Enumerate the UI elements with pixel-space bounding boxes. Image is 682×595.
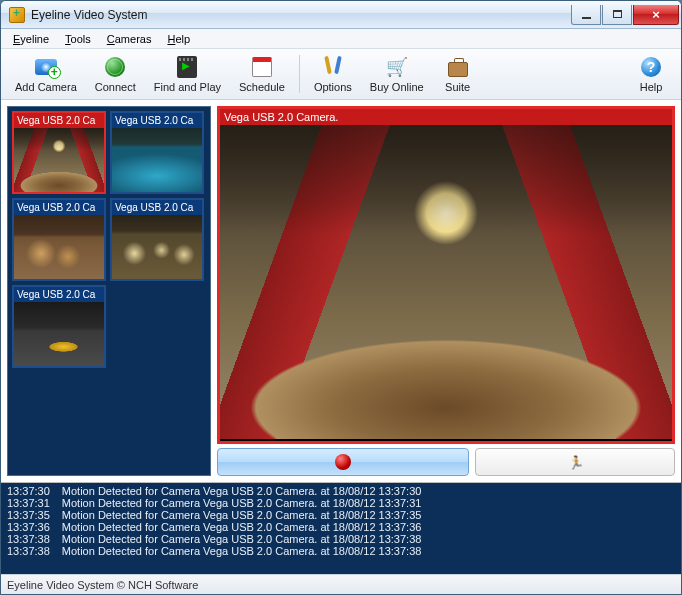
- cart-icon: 🛒: [385, 55, 409, 79]
- log-message: Motion Detected for Camera Vega USB 2.0 …: [62, 497, 434, 509]
- log-time: 13:37:38: [7, 533, 62, 545]
- camera-add-icon: [35, 59, 57, 75]
- options-button[interactable]: Options: [306, 53, 360, 95]
- globe-icon: [105, 57, 125, 77]
- schedule-label: Schedule: [239, 81, 285, 93]
- suite-label: Suite: [445, 81, 470, 93]
- camera-list: Vega USB 2.0 CaVega USB 2.0 CaVega USB 2…: [7, 106, 211, 476]
- thumbnail-label: Vega USB 2.0 Ca: [14, 200, 104, 215]
- connect-button[interactable]: Connect: [87, 53, 144, 95]
- log-row: 13:37:38Motion Detected for Camera Vega …: [7, 533, 433, 545]
- log-time: 13:37:31: [7, 497, 62, 509]
- main-area: Vega USB 2.0 CaVega USB 2.0 CaVega USB 2…: [1, 100, 681, 482]
- running-person-icon: [568, 454, 582, 470]
- film-play-icon: [177, 56, 197, 78]
- log-row: 13:37:38Motion Detected for Camera Vega …: [7, 545, 433, 557]
- camera-thumbnail[interactable]: Vega USB 2.0 Ca: [110, 111, 204, 194]
- record-icon: [335, 454, 351, 470]
- briefcase-icon: [448, 62, 468, 77]
- log-row: 13:37:36Motion Detected for Camera Vega …: [7, 521, 433, 533]
- preview-pane: Vega USB 2.0 Camera.: [217, 106, 675, 476]
- menubar: Eyeline Tools Cameras Help: [1, 29, 681, 49]
- menu-help[interactable]: Help: [159, 31, 198, 47]
- calendar-icon: [252, 57, 272, 77]
- log-time: 13:37:35: [7, 509, 62, 521]
- record-button[interactable]: [217, 448, 469, 476]
- thumbnail-image: [112, 128, 202, 192]
- feed-label: Vega USB 2.0 Camera.: [220, 109, 672, 125]
- camera-thumbnail[interactable]: Vega USB 2.0 Ca: [12, 111, 106, 194]
- thumbnail-label: Vega USB 2.0 Ca: [112, 200, 202, 215]
- thumbnail-image: [14, 215, 104, 279]
- status-text: Eyeline Video System © NCH Software: [7, 579, 198, 591]
- add-camera-label: Add Camera: [15, 81, 77, 93]
- app-window: Eyeline Video System × Eyeline Tools Cam…: [0, 0, 682, 595]
- motion-button[interactable]: [475, 448, 675, 476]
- event-log[interactable]: 13:37:30Motion Detected for Camera Vega …: [1, 482, 681, 574]
- titlebar[interactable]: Eyeline Video System ×: [1, 1, 681, 29]
- thumbnail-label: Vega USB 2.0 Ca: [112, 113, 202, 128]
- status-bar: Eyeline Video System © NCH Software: [1, 574, 681, 594]
- thumbnail-image: [14, 128, 104, 192]
- camera-thumbnail[interactable]: Vega USB 2.0 Ca: [12, 285, 106, 368]
- help-button[interactable]: ?Help: [627, 53, 675, 95]
- thumbnail-label: Vega USB 2.0 Ca: [14, 287, 104, 302]
- log-message: Motion Detected for Camera Vega USB 2.0 …: [62, 485, 434, 497]
- app-icon: [9, 7, 25, 23]
- schedule-button[interactable]: Schedule: [231, 53, 293, 95]
- connect-label: Connect: [95, 81, 136, 93]
- options-label: Options: [314, 81, 352, 93]
- window-title: Eyeline Video System: [31, 8, 571, 22]
- log-time: 13:37:30: [7, 485, 62, 497]
- log-time: 13:37:38: [7, 545, 62, 557]
- log-message: Motion Detected for Camera Vega USB 2.0 …: [62, 521, 434, 533]
- live-feed[interactable]: Vega USB 2.0 Camera.: [217, 106, 675, 444]
- thumbnail-image: [14, 302, 104, 366]
- log-message: Motion Detected for Camera Vega USB 2.0 …: [62, 509, 434, 521]
- camera-thumbnail[interactable]: Vega USB 2.0 Ca: [12, 198, 106, 281]
- toolbar-separator: [299, 55, 300, 93]
- tools-icon: [323, 56, 343, 78]
- find-play-label: Find and Play: [154, 81, 221, 93]
- menu-cameras[interactable]: Cameras: [99, 31, 160, 47]
- menu-tools[interactable]: Tools: [57, 31, 99, 47]
- window-buttons: ×: [571, 5, 679, 25]
- buy-online-button[interactable]: 🛒Buy Online: [362, 53, 432, 95]
- preview-controls: [217, 448, 675, 476]
- maximize-button[interactable]: [602, 5, 632, 25]
- help-icon: ?: [641, 57, 661, 77]
- thumbnail-label: Vega USB 2.0 Ca: [14, 113, 104, 128]
- close-button[interactable]: ×: [633, 5, 679, 25]
- toolbar: Add Camera Connect Find and Play Schedul…: [1, 49, 681, 100]
- log-row: 13:37:35Motion Detected for Camera Vega …: [7, 509, 433, 521]
- log-row: 13:37:31Motion Detected for Camera Vega …: [7, 497, 433, 509]
- find-play-button[interactable]: Find and Play: [146, 53, 229, 95]
- thumbnail-image: [112, 215, 202, 279]
- suite-button[interactable]: Suite: [434, 53, 482, 95]
- minimize-button[interactable]: [571, 5, 601, 25]
- help-label: Help: [640, 81, 663, 93]
- add-camera-button[interactable]: Add Camera: [7, 53, 85, 95]
- menu-eyeline[interactable]: Eyeline: [5, 31, 57, 47]
- camera-thumbnail[interactable]: Vega USB 2.0 Ca: [110, 198, 204, 281]
- log-message: Motion Detected for Camera Vega USB 2.0 …: [62, 545, 434, 557]
- log-time: 13:37:36: [7, 521, 62, 533]
- log-row: 13:37:30Motion Detected for Camera Vega …: [7, 485, 433, 497]
- log-message: Motion Detected for Camera Vega USB 2.0 …: [62, 533, 434, 545]
- feed-image: [220, 125, 672, 439]
- buy-online-label: Buy Online: [370, 81, 424, 93]
